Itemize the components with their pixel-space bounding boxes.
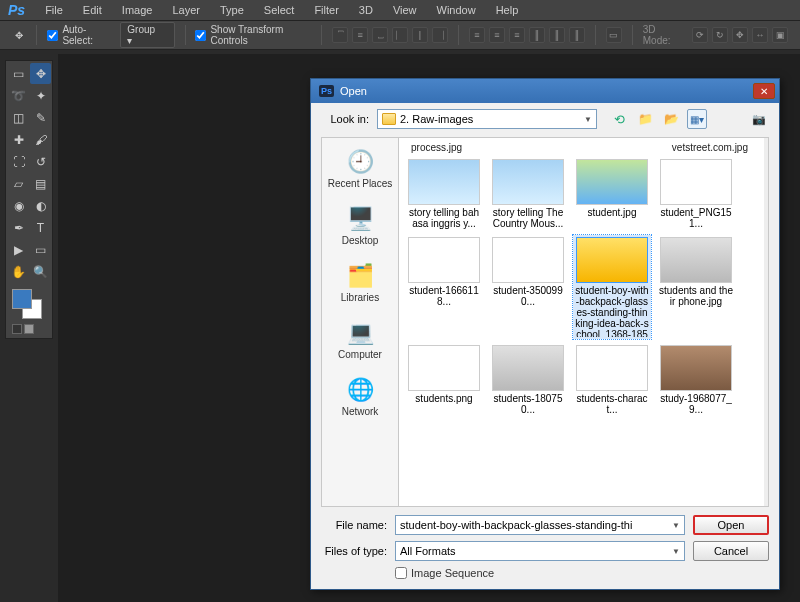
up-button[interactable]: 📁 (635, 109, 655, 129)
dist-left-icon[interactable]: ║ (529, 27, 545, 43)
quick-select-tool[interactable]: ✦ (30, 85, 51, 106)
file-top-left[interactable]: process.jpg (411, 142, 561, 153)
file-item[interactable]: study-1968077_9... (657, 343, 735, 417)
file-item[interactable]: story telling The Country Mous... (489, 157, 567, 231)
align-right-icon[interactable]: ⎹ (432, 27, 448, 43)
titlebar[interactable]: Ps Open ✕ (311, 79, 779, 103)
marquee-tool[interactable]: ▭ (8, 63, 29, 84)
dodge-tool[interactable]: ◐ (30, 195, 51, 216)
file-item[interactable]: students and their phone.jpg (657, 235, 735, 339)
align-hmid-icon[interactable]: | (412, 27, 428, 43)
history-brush-tool[interactable]: ↺ (30, 151, 51, 172)
path-select-tool[interactable]: ▶ (8, 239, 29, 260)
zoom-tool[interactable]: 🔍 (30, 261, 51, 282)
place-recent[interactable]: 🕘 Recent Places (322, 144, 398, 193)
file-item[interactable]: student-1666118... (405, 235, 483, 339)
roll-icon[interactable]: ↻ (712, 27, 728, 43)
menu-select[interactable]: Select (256, 2, 303, 18)
file-item[interactable]: student-boy-with-backpack-glasses-standi… (573, 235, 651, 339)
move-tool[interactable]: ✥ (30, 63, 51, 84)
auto-select-check[interactable]: Auto-Select: (47, 24, 110, 46)
file-item[interactable]: students-180750... (489, 343, 567, 417)
quickmask-icon[interactable] (12, 324, 22, 334)
view-menu-button[interactable]: ▦▾ (687, 109, 707, 129)
place-libraries[interactable]: 🗂️ Libraries (322, 258, 398, 307)
menu-image[interactable]: Image (114, 2, 161, 18)
bridge-button[interactable]: 📷 (749, 109, 769, 129)
file-item[interactable]: student.jpg (573, 157, 651, 231)
brush-tool[interactable]: 🖌 (30, 129, 51, 150)
place-desktop[interactable]: 🖥️ Desktop (322, 201, 398, 250)
chevron-down-icon: ▼ (584, 115, 592, 124)
dist-right-icon[interactable]: ║ (569, 27, 585, 43)
type-tool[interactable]: T (30, 217, 51, 238)
file-item[interactable]: story telling bahasa inggris y... (405, 157, 483, 231)
stamp-tool[interactable]: ⛶ (8, 151, 29, 172)
eraser-tool[interactable]: ▱ (8, 173, 29, 194)
align-vmid-icon[interactable]: ≡ (352, 27, 368, 43)
open-button[interactable]: Open (693, 515, 769, 535)
pen-tool[interactable]: ✒ (8, 217, 29, 238)
file-top-right[interactable]: vetstreet.com.jpg (672, 142, 748, 153)
place-computer[interactable]: 💻 Computer (322, 315, 398, 364)
eyedropper-tool[interactable]: ✎ (30, 107, 51, 128)
cancel-button[interactable]: Cancel (693, 541, 769, 561)
thumbnail (576, 237, 648, 283)
menu-file[interactable]: File (37, 2, 71, 18)
filetype-field[interactable]: All Formats ▼ (395, 541, 685, 561)
file-item[interactable]: student_PNG151... (657, 157, 735, 231)
show-transform-checkbox[interactable] (195, 30, 206, 41)
color-swatch[interactable] (8, 287, 51, 321)
open-dialog: Ps Open ✕ Look in: 2. Raw-images ▼ ⟲ 📁 📂… (310, 78, 780, 590)
place-network[interactable]: 🌐 Network (322, 372, 398, 421)
autoalign-icon[interactable]: ▭ (606, 27, 622, 43)
healing-tool[interactable]: ✚ (8, 129, 29, 150)
file-item[interactable]: students-charact... (573, 343, 651, 417)
file-list[interactable]: process.jpg vetstreet.com.jpg story tell… (399, 137, 769, 507)
file-caption: story telling The Country Mous... (491, 207, 565, 229)
pan-icon[interactable]: ✥ (732, 27, 748, 43)
scrollbar[interactable] (764, 138, 768, 506)
menu-help[interactable]: Help (488, 2, 527, 18)
image-sequence-checkbox[interactable] (395, 567, 407, 579)
dist-top-icon[interactable]: ≡ (469, 27, 485, 43)
close-button[interactable]: ✕ (753, 83, 775, 99)
auto-select-checkbox[interactable] (47, 30, 58, 41)
hand-tool[interactable]: ✋ (8, 261, 29, 282)
thumbnail (492, 237, 564, 283)
align-left-icon[interactable]: ⎸ (392, 27, 408, 43)
menu-filter[interactable]: Filter (306, 2, 346, 18)
screenmode-icon[interactable] (24, 324, 34, 334)
zoom-icon[interactable]: ▣ (772, 27, 788, 43)
menu-edit[interactable]: Edit (75, 2, 110, 18)
dist-h-icon[interactable]: ║ (549, 27, 565, 43)
computer-icon: 💻 (344, 319, 376, 347)
lookin-dropdown[interactable]: 2. Raw-images ▼ (377, 109, 597, 129)
crop-tool[interactable]: ◫ (8, 107, 29, 128)
dist-v-icon[interactable]: ≡ (489, 27, 505, 43)
lasso-tool[interactable]: ➰ (8, 85, 29, 106)
new-folder-button[interactable]: 📂 (661, 109, 681, 129)
show-transform-check[interactable]: Show Transform Controls (195, 24, 311, 46)
orbit-icon[interactable]: ⟳ (692, 27, 708, 43)
slide-icon[interactable]: ↔ (752, 27, 768, 43)
menu-window[interactable]: Window (429, 2, 484, 18)
file-item[interactable]: students.png (405, 343, 483, 417)
filename-field[interactable]: student-boy-with-backpack-glasses-standi… (395, 515, 685, 535)
file-item[interactable]: student-3500990... (489, 235, 567, 339)
menu-type[interactable]: Type (212, 2, 252, 18)
blur-tool[interactable]: ◉ (8, 195, 29, 216)
file-caption: student-3500990... (491, 285, 565, 307)
align-bottom-icon[interactable]: ⎵ (372, 27, 388, 43)
shape-tool[interactable]: ▭ (30, 239, 51, 260)
lookin-value: 2. Raw-images (400, 113, 473, 125)
align-top-icon[interactable]: ⎴ (332, 27, 348, 43)
back-button[interactable]: ⟲ (609, 109, 629, 129)
menu-view[interactable]: View (385, 2, 425, 18)
menu-3d[interactable]: 3D (351, 2, 381, 18)
foreground-color[interactable] (12, 289, 32, 309)
gradient-tool[interactable]: ▤ (30, 173, 51, 194)
dist-bot-icon[interactable]: ≡ (509, 27, 525, 43)
menu-layer[interactable]: Layer (164, 2, 208, 18)
auto-select-dropdown[interactable]: Group ▾ (120, 22, 174, 48)
